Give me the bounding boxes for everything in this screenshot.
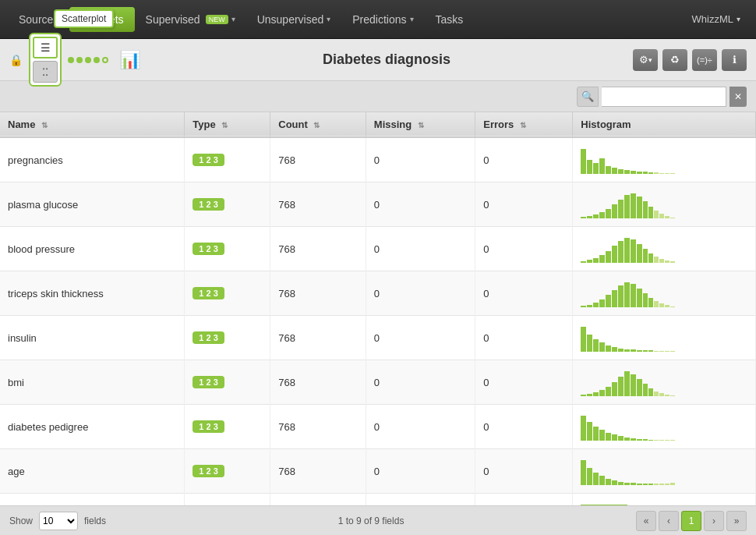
hist-bar [593,303,599,307]
hist-bar [637,439,642,441]
nav-tasks[interactable]: Tasks [425,7,475,32]
nav-predictions[interactable]: Predictions ▾ [341,7,424,32]
hist-bar [631,284,636,307]
cell-name: pregnancies [0,137,185,182]
hist-bar [624,282,630,307]
hist-bar [631,349,636,352]
fields-table: Name ⇅ Type ⇅ Count ⇅ Missing ⇅ [0,112,756,505]
search-clear-button[interactable]: ✕ [730,87,747,107]
cell-count: 768 [270,360,366,405]
cell-missing: 0 [366,494,475,506]
hist-bar [648,440,653,441]
user-menu-arrow: ▾ [737,15,740,23]
current-page-button[interactable]: 1 [681,511,701,531]
histogram-bars [581,413,747,441]
dot-2 [76,57,83,63]
hist-bar [654,440,659,441]
hist-bar [624,195,630,218]
col-errors[interactable]: Errors ⇅ [475,112,573,137]
table-row: diabetesA B C76800 [0,494,756,506]
info-button[interactable]: ℹ [722,49,747,71]
hist-bar [631,374,636,396]
cell-count: 768 [270,494,366,506]
table-body: pregnancies1 2 376800plasma glucose1 2 3… [0,137,756,505]
refresh-button[interactable]: ♻ [662,49,687,71]
hist-bar [637,289,642,307]
cell-histogram [573,494,756,506]
hist-bar [581,261,586,263]
main-content: 🔒 Scatterplot ☰ ⁚⁚ [0,39,756,535]
hist-bar [643,172,648,174]
nav-unsupervised[interactable]: Unsupervised ▾ [246,7,342,32]
predictions-arrow: ▾ [410,15,414,23]
scatter-view-button[interactable]: ⁚⁚ [33,61,58,83]
histogram-bars [581,235,747,263]
col-missing[interactable]: Missing ⇅ [366,112,475,137]
hist-bar [606,345,611,352]
search-button[interactable]: 🔍 [577,87,599,107]
hist-bar [587,216,592,218]
cell-count: 768 [270,271,366,316]
transform-button[interactable]: (=)÷ [692,49,717,71]
first-page-button[interactable]: « [636,511,656,531]
nav-supervised[interactable]: Supervised NEW ▾ [135,7,246,32]
user-menu[interactable]: WhizzML ▾ [684,9,748,30]
hist-bar [624,238,630,263]
hist-bar [581,306,586,307]
hist-bar [581,460,586,485]
hist-bar [659,214,664,218]
hist-bar [587,305,592,307]
hist-bar [637,172,642,174]
hist-bar [581,395,586,396]
settings-button[interactable]: ⚙▾ [633,49,658,71]
new-badge: NEW [206,15,228,24]
hist-bar [631,171,636,174]
cell-name: triceps skin thickness [0,271,185,316]
type-badge: 1 2 3 [193,420,224,433]
page-size-select[interactable]: 10 25 50 [39,512,78,530]
hist-bar [599,255,605,263]
cell-errors: 0 [475,271,573,316]
hist-bar [670,306,675,307]
last-page-button[interactable]: » [726,511,747,531]
hist-bar [643,439,648,441]
cell-histogram [573,227,756,271]
hist-bar [587,160,592,174]
hist-bar [665,260,669,263]
hist-bar [599,476,605,485]
table-row: blood pressure1 2 376800 [0,227,756,271]
list-view-button[interactable]: ☰ [33,37,58,58]
cell-errors: 0 [475,137,573,182]
cell-histogram [573,449,756,494]
hist-bar [665,395,669,396]
hist-bar [659,259,664,263]
header-action-icons: ⚙▾ ♻ (=)÷ ℹ [633,49,747,71]
cell-errors: 0 [475,182,573,227]
hist-bar [648,298,653,307]
hist-bar [659,440,664,441]
cell-errors: 0 [475,405,573,449]
hist-bar [606,433,611,441]
hist-bar [593,392,599,396]
hist-bar [670,395,675,396]
histogram-bars [581,457,747,485]
col-name[interactable]: Name ⇅ [0,112,185,137]
col-type[interactable]: Type ⇅ [185,112,270,137]
hist-bar [618,377,624,396]
hist-bar [648,484,653,485]
type-badge: 1 2 3 [193,287,224,299]
hist-bar [637,197,642,218]
cell-type: 1 2 3 [185,227,270,271]
hist-bar [670,173,675,174]
search-input[interactable] [602,87,726,107]
hist-bar [665,351,669,352]
hist-bar [612,290,617,307]
supervised-arrow: ▾ [231,15,235,23]
next-page-button[interactable]: › [704,511,724,531]
hist-bar [659,351,664,352]
col-count[interactable]: Count ⇅ [270,112,366,137]
prev-page-button[interactable]: ‹ [659,511,679,531]
hist-bar [659,484,664,485]
hist-bar [593,214,599,218]
clear-icon: ✕ [734,91,742,102]
